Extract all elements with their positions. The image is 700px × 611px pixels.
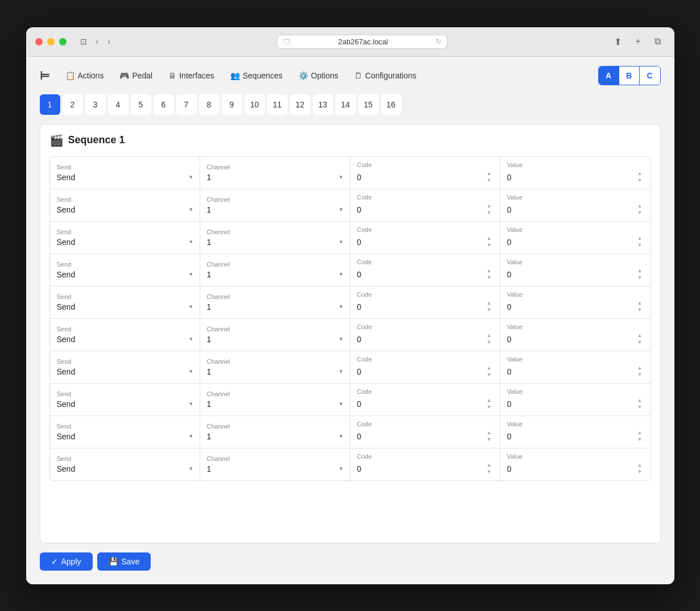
send-value-5[interactable]: Send [57, 335, 76, 344]
value-up-4[interactable]: ▲ [636, 300, 644, 306]
seq-tab-11[interactable]: 11 [267, 94, 288, 115]
value-up-8[interactable]: ▲ [636, 430, 644, 436]
code-down-8[interactable]: ▼ [486, 437, 493, 443]
code-down-3[interactable]: ▼ [486, 275, 493, 281]
code-down-7[interactable]: ▼ [486, 404, 493, 410]
value-value-4[interactable]: 0 [507, 302, 512, 311]
seq-tab-9[interactable]: 9 [222, 94, 242, 115]
code-down-6[interactable]: ▼ [486, 372, 493, 378]
code-down-2[interactable]: ▼ [486, 242, 493, 248]
value-up-1[interactable]: ▲ [636, 203, 644, 209]
value-down-2[interactable]: ▼ [636, 242, 644, 248]
value-down-5[interactable]: ▼ [636, 339, 644, 346]
channel-value-0[interactable]: 1 [207, 173, 212, 182]
value-down-1[interactable]: ▼ [636, 210, 644, 216]
send-value-0[interactable]: Send [57, 173, 76, 182]
seq-tab-12[interactable]: 12 [290, 94, 310, 115]
seq-tab-4[interactable]: 4 [108, 94, 129, 115]
sidebar-toggle[interactable]: ⊡ [76, 35, 92, 48]
code-value-2[interactable]: 0 [357, 238, 362, 247]
value-value-2[interactable]: 0 [507, 238, 512, 247]
code-value-9[interactable]: 0 [357, 464, 362, 473]
channel-value-7[interactable]: 1 [207, 400, 212, 409]
code-value-1[interactable]: 0 [357, 205, 362, 214]
share-button[interactable]: ⬆ [610, 34, 626, 49]
tabs-overview-button[interactable]: ⧉ [650, 34, 665, 49]
value-up-3[interactable]: ▲ [636, 268, 644, 274]
nav-sequences[interactable]: 👥 Sequences [223, 68, 289, 84]
code-up-0[interactable]: ▲ [486, 171, 493, 177]
code-value-7[interactable]: 0 [357, 400, 362, 409]
send-value-8[interactable]: Send [57, 432, 76, 441]
value-value-5[interactable]: 0 [507, 335, 512, 344]
code-value-8[interactable]: 0 [357, 432, 362, 441]
channel-value-2[interactable]: 1 [207, 238, 212, 247]
minimize-button[interactable] [47, 38, 55, 45]
value-value-7[interactable]: 0 [507, 400, 512, 409]
seq-tab-5[interactable]: 5 [131, 94, 151, 115]
value-down-4[interactable]: ▼ [636, 307, 644, 313]
value-up-7[interactable]: ▲ [636, 397, 644, 404]
code-up-9[interactable]: ▲ [486, 462, 493, 468]
code-up-1[interactable]: ▲ [486, 203, 493, 209]
value-up-6[interactable]: ▲ [636, 365, 644, 371]
send-value-1[interactable]: Send [57, 205, 76, 214]
channel-value-9[interactable]: 1 [207, 464, 212, 473]
nav-configurations[interactable]: 🗒 Configurations [347, 68, 423, 84]
value-down-3[interactable]: ▼ [636, 275, 644, 281]
code-up-8[interactable]: ▲ [486, 430, 493, 436]
value-up-5[interactable]: ▲ [636, 332, 644, 339]
code-value-0[interactable]: 0 [357, 173, 362, 182]
channel-value-8[interactable]: 1 [207, 432, 212, 441]
code-value-6[interactable]: 0 [357, 367, 362, 376]
value-down-8[interactable]: ▼ [636, 437, 644, 443]
send-value-9[interactable]: Send [57, 464, 76, 473]
code-down-9[interactable]: ▼ [486, 469, 493, 475]
value-up-9[interactable]: ▲ [636, 462, 644, 468]
value-value-1[interactable]: 0 [507, 205, 512, 214]
nav-pedal[interactable]: 🎮 Pedal [113, 68, 159, 84]
send-value-3[interactable]: Send [57, 270, 76, 279]
value-value-3[interactable]: 0 [507, 270, 512, 279]
channel-value-1[interactable]: 1 [207, 205, 212, 214]
nav-interfaces[interactable]: 🖥 Interfaces [161, 68, 221, 84]
code-down-1[interactable]: ▼ [486, 210, 493, 216]
seq-tab-8[interactable]: 8 [199, 94, 219, 115]
send-value-6[interactable]: Send [57, 367, 76, 376]
code-value-3[interactable]: 0 [357, 270, 362, 279]
abc-button-c[interactable]: C [640, 66, 660, 85]
code-up-2[interactable]: ▲ [486, 235, 493, 242]
abc-button-a[interactable]: A [599, 66, 619, 85]
close-button[interactable] [35, 38, 43, 45]
refresh-icon[interactable]: ↻ [436, 38, 441, 45]
value-up-0[interactable]: ▲ [636, 171, 644, 177]
seq-tab-3[interactable]: 3 [85, 94, 106, 115]
back-button[interactable]: ‹ [92, 35, 103, 48]
seq-tab-14[interactable]: 14 [335, 94, 356, 115]
seq-tab-6[interactable]: 6 [154, 94, 174, 115]
seq-tab-1[interactable]: 1 [40, 94, 60, 115]
channel-value-4[interactable]: 1 [207, 302, 212, 311]
value-value-8[interactable]: 0 [507, 432, 512, 441]
value-down-9[interactable]: ▼ [636, 469, 644, 475]
code-down-0[interactable]: ▼ [486, 177, 493, 184]
seq-tab-15[interactable]: 15 [358, 94, 379, 115]
send-value-2[interactable]: Send [57, 238, 76, 247]
save-button[interactable]: 💾 Save [97, 552, 151, 571]
seq-tab-7[interactable]: 7 [176, 94, 197, 115]
value-value-9[interactable]: 0 [507, 464, 512, 473]
value-up-2[interactable]: ▲ [636, 235, 644, 242]
forward-button[interactable]: › [103, 35, 115, 48]
nav-actions[interactable]: 📋 Actions [59, 68, 111, 84]
value-down-0[interactable]: ▼ [636, 177, 644, 184]
value-value-6[interactable]: 0 [507, 367, 512, 376]
new-tab-button[interactable]: + [631, 34, 645, 49]
code-down-4[interactable]: ▼ [486, 307, 493, 313]
seq-tab-13[interactable]: 13 [313, 94, 333, 115]
nav-options[interactable]: ⚙️ Options [292, 68, 345, 84]
seq-tab-10[interactable]: 10 [245, 94, 265, 115]
value-down-6[interactable]: ▼ [636, 372, 644, 378]
code-value-4[interactable]: 0 [357, 302, 362, 311]
send-value-7[interactable]: Send [57, 400, 76, 409]
maximize-button[interactable] [59, 38, 67, 45]
